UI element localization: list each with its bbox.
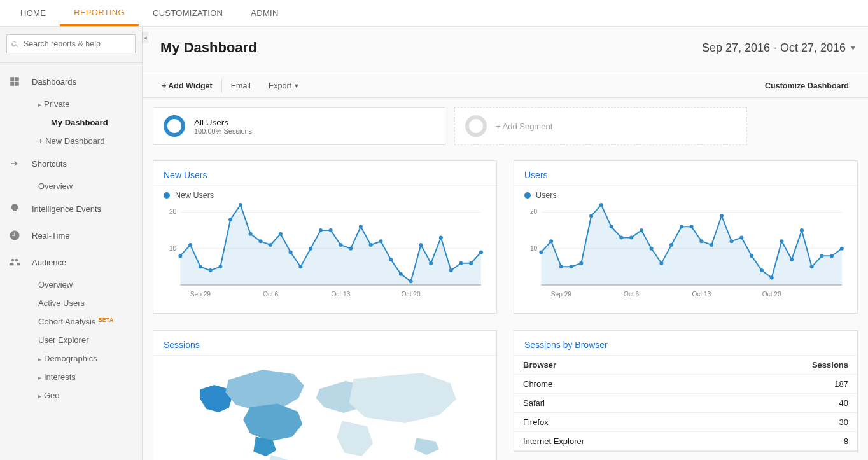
sidebar-item-cohort-analysis[interactable]: Cohort AnalysisBETA [0,312,142,331]
table-row[interactable]: Chrome187 [514,375,857,394]
svg-point-74 [830,254,834,258]
svg-point-16 [289,250,293,254]
add-segment-button[interactable]: + Add Segment [454,107,747,145]
svg-point-12 [249,232,253,236]
widget-sessions: Sessions [153,330,497,460]
sidebar-item-overview[interactable]: Overview [0,177,142,195]
svg-point-15 [279,232,283,236]
table-row[interactable]: Safari40 [514,394,857,413]
sidebar-item-private[interactable]: ▸Private [0,95,142,113]
svg-point-48 [570,265,573,268]
svg-point-29 [419,243,423,247]
sidebar-section-shortcuts[interactable]: Shortcuts [0,150,142,177]
svg-point-46 [549,239,553,243]
widget-title[interactable]: Users [514,161,857,186]
svg-point-10 [228,218,232,221]
tab-admin[interactable]: ADMIN [237,0,292,26]
tab-reporting[interactable]: REPORTING [60,0,139,26]
svg-point-11 [239,203,242,207]
email-button[interactable]: Email [222,74,260,97]
table-header-browser[interactable]: Browser [514,356,718,375]
svg-point-23 [359,225,363,228]
date-range-picker[interactable]: Sep 27, 2016 - Oct 27, 2016 ▼ [702,41,857,55]
svg-point-52 [610,225,613,228]
sidebar-section-dashboards[interactable]: Dashboards [0,68,142,95]
widget-title[interactable]: Sessions by Browser [514,331,857,356]
sidebar-collapse-handle[interactable] [142,32,148,43]
widget-sessions-by-browser: Sessions by Browser Browser Sessions Chr… [514,330,858,452]
svg-point-20 [329,228,333,232]
svg-point-64 [730,239,734,243]
tab-customization[interactable]: CUSTOMIZATION [139,0,237,26]
widget-new-users: New Users New Users 1020Sep 29Oct 6Oct 1… [153,160,497,314]
svg-point-63 [720,214,724,218]
add-widget-button[interactable]: + Add Widget [153,74,221,97]
export-button[interactable]: Export ▼ [260,74,309,97]
svg-point-65 [739,236,743,240]
svg-point-17 [298,265,302,268]
svg-point-6 [188,243,192,247]
search-input-wrap[interactable] [6,34,136,53]
search-icon [11,39,20,48]
svg-point-31 [439,236,443,240]
svg-point-49 [579,261,583,265]
sidebar-item--new-dashboard[interactable]: + New Dashboard [0,132,142,150]
svg-point-59 [680,225,683,228]
sidebar-item-active-users[interactable]: Active Users [0,294,142,312]
svg-point-71 [800,228,804,232]
sidebar-item-interests[interactable]: ▸Interests [0,368,142,386]
segment-sub: 100.00% Sessions [194,127,252,135]
svg-text:Oct 20: Oct 20 [402,291,421,298]
sidebar-section-intelligence-events[interactable]: Intelligence Events [0,195,142,222]
top-nav: HOME REPORTING CUSTOMIZATION ADMIN [0,0,868,27]
sidebar-item-overview[interactable]: Overview [0,275,142,294]
sidebar-item-my-dashboard[interactable]: My Dashboard [0,113,142,132]
svg-point-27 [399,272,403,276]
tab-home[interactable]: HOME [6,0,60,26]
customize-dashboard-button[interactable]: Customize Dashboard [756,74,858,97]
beta-badge: BETA [98,317,113,323]
search-input[interactable] [7,35,135,53]
svg-point-69 [780,239,783,243]
sidebar-item-demographics[interactable]: ▸Demographics [0,349,142,368]
sidebar-item-user-explorer[interactable]: User Explorer [0,331,142,349]
table-row[interactable]: Internet Explorer8 [514,432,857,451]
svg-point-66 [750,254,753,258]
caret-icon: ▸ [38,393,41,400]
legend-label: New Users [175,191,214,200]
svg-text:10: 10 [530,245,538,252]
sidebar-section-audience[interactable]: Audience [0,249,142,275]
svg-point-21 [339,243,342,247]
svg-point-28 [409,279,413,283]
svg-point-19 [319,228,323,232]
svg-point-45 [539,250,543,254]
main: My Dashboard Sep 27, 2016 - Oct 27, 2016… [143,27,868,460]
widget-title[interactable]: New Users [153,161,496,186]
svg-text:Oct 6: Oct 6 [624,291,640,298]
sidebar-section-real-time[interactable]: Real-Time [0,222,142,249]
svg-point-13 [258,239,262,243]
svg-text:Oct 20: Oct 20 [762,291,781,298]
svg-point-18 [309,247,312,251]
sidebar-item-geo[interactable]: ▸Geo [0,386,142,405]
date-range-label: Sep 27, 2016 - Oct 27, 2016 [702,41,846,55]
svg-point-34 [469,261,473,265]
caret-icon: ▸ [38,101,41,108]
donut-icon [164,115,185,137]
svg-text:20: 20 [530,209,538,216]
legend-label: Users [536,191,557,200]
table-header-sessions[interactable]: Sessions [718,356,857,375]
svg-point-50 [589,214,593,218]
toolbar: + Add Widget Email Export ▼ Customize Da… [143,74,868,98]
svg-point-7 [199,265,202,268]
svg-point-47 [559,265,563,268]
svg-point-61 [699,239,703,243]
svg-point-25 [379,239,382,243]
widget-title[interactable]: Sessions [153,331,496,356]
svg-text:Oct 6: Oct 6 [263,291,279,298]
segment-all-users[interactable]: All Users 100.00% Sessions [153,107,445,145]
table-row[interactable]: Firefox30 [514,413,857,432]
svg-text:10: 10 [169,245,177,252]
svg-point-62 [710,243,713,247]
line-chart: 1020Sep 29Oct 6Oct 13Oct 20 [524,201,847,302]
